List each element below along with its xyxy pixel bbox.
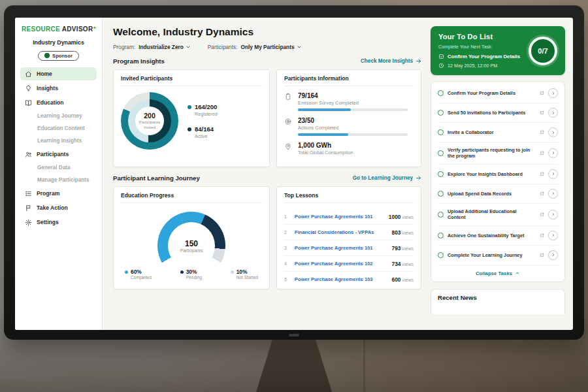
task-row-invite-collaborator[interactable]: Invite a Collaborator [438,123,558,142]
lesson-link[interactable]: Financial Considerations - VPPAs [295,229,387,235]
external-link-icon [540,91,544,95]
lesson-link[interactable]: Power Purchase Agreements 101 [295,245,387,251]
sidebar-item-participants[interactable]: Participants [20,148,97,161]
external-link-icon [540,212,544,217]
sidebar-item-label: Settings [37,219,59,225]
progress-bar [298,108,408,111]
filter-bar: Program: Industrialize Zero Participants… [113,44,421,50]
sidebar-item-label: Learning Insights [37,138,82,144]
task-checkbox[interactable] [438,252,444,258]
legend-label: Not Started [237,275,258,280]
task-row-verify-participants[interactable]: Verify participants requesting to join t… [438,142,558,165]
go-to-learning-journey-link[interactable]: Go to Learning Journey [353,175,421,181]
task-open-button[interactable] [548,169,558,179]
program-insights-header: Program Insights Check More Insights [113,57,421,65]
legend-item: 164/200 Registered [188,103,218,117]
target-icon [284,118,292,125]
learning-cards-row: Education Progress 150 Participants [113,186,421,289]
chevron-down-icon [297,44,302,50]
task-checkbox[interactable] [438,129,444,135]
legend-value: 84/164 [195,125,214,133]
task-row-achieve-target[interactable]: Achieve One Sustainability Target [438,226,558,246]
views-word: views [402,246,414,251]
home-icon [25,71,32,78]
task-open-button[interactable] [548,108,558,118]
sidebar-item-general-data[interactable]: General Data [20,162,97,173]
lesson-views: 1000 [389,214,401,220]
task-open-button[interactable] [548,127,558,137]
brand-plus: + [93,25,96,31]
sponsor-icon [44,53,50,58]
legend-value: 164/200 [195,103,218,110]
task-open-button[interactable] [548,189,558,199]
task-checkbox[interactable] [438,150,444,156]
program-filter[interactable]: Program: Industrialize Zero [113,44,191,50]
legend-dot-active [188,127,191,131]
legend-label: Active [195,133,214,139]
check-more-insights-link[interactable]: Check More Insights [361,58,421,64]
sidebar-item-program[interactable]: Program [20,187,97,200]
sidebar-item-settings[interactable]: Settings [20,216,97,229]
external-link-icon [540,253,544,257]
task-open-button[interactable] [548,231,558,240]
lesson-link[interactable]: Power Purchase Agreements 101 [295,214,384,220]
task-checkbox[interactable] [438,171,444,177]
people-icon [25,151,32,158]
org-name: Industry Dynamics [20,39,97,46]
sidebar-item-learning-insights[interactable]: Learning Insights [20,135,97,146]
gauge-center-value: 150 [185,239,198,248]
sidebar: RESOURCE ADVISOR+ Industry Dynamics Spon… [15,18,103,330]
task-checkbox[interactable] [438,233,444,238]
legend-item: 60% Completed [125,269,152,280]
chevron-right-icon [551,191,555,195]
legend-label: Completed [131,275,152,280]
sidebar-item-manage-participants[interactable]: Manage Participants [20,174,97,186]
lesson-views: 734 [392,261,401,267]
participants-filter[interactable]: Participants: Only My Participants [208,44,302,50]
task-row-send-invitations[interactable]: Send 50 Invitations to Participants [438,103,558,123]
sidebar-item-education-content[interactable]: Education Content [20,123,97,134]
sidebar-item-learning-journey[interactable]: Learning Journey [20,110,97,122]
task-row-explore-insights[interactable]: Explore Your Insights Dashboard [438,165,558,184]
task-row-upload-educational-content[interactable]: Upload Additional Educational Content [438,204,558,226]
next-task-due: 12 May 2025, 12:00 PM [448,63,497,69]
participants-filter-value: Only My Participants [240,44,294,50]
task-checkbox[interactable] [438,110,444,116]
task-label: Invite a Collaborator [448,129,536,135]
legend-dot-registered [188,105,191,109]
sidebar-item-education[interactable]: Education [20,96,97,109]
lesson-rank: 2 [284,229,289,235]
clipboard-icon [284,93,292,101]
lesson-link[interactable]: Power Purchase Agreements 103 [295,276,387,282]
participants-filter-label: Participants: [208,44,238,50]
legend-label: Registered [195,111,218,117]
collapse-tasks-link[interactable]: Collapse Tasks [438,265,558,282]
external-link-icon [540,233,544,238]
task-open-button[interactable] [548,88,558,98]
task-row-confirm-program[interactable]: Confirm Your Program Details [438,84,558,103]
card-title: Education Progress [121,192,262,203]
external-link-icon [540,110,544,115]
sidebar-item-insights[interactable]: Insights [20,82,97,95]
task-label: Explore Your Insights Dashboard [448,171,536,177]
sidebar-item-home[interactable]: Home [20,67,97,80]
sidebar-item-label: Insights [37,85,58,91]
task-checkbox[interactable] [438,191,444,197]
task-checkbox[interactable] [438,212,444,218]
sponsor-badge-label: Sponsor [52,53,73,59]
participants-information-card: Participants Information 79/164 Emission… [276,69,421,167]
chevron-right-icon [551,151,555,155]
next-task-row[interactable]: Confirm Your Program Details [438,54,522,59]
sidebar-item-take-action[interactable]: Take Action [20,201,97,214]
task-row-upload-spend-data[interactable]: Upload Spend Data Records [438,184,558,204]
lesson-rank: 3 [284,245,289,251]
sponsor-badge[interactable]: Sponsor [38,51,79,61]
task-open-button[interactable] [548,148,558,158]
task-open-button[interactable] [548,250,558,260]
task-checkbox[interactable] [438,90,444,96]
chevron-up-icon [515,270,520,276]
chevron-right-icon [551,91,555,95]
lesson-link[interactable]: Power Purchase Agreements 102 [295,261,387,267]
task-open-button[interactable] [548,210,558,220]
task-row-complete-learning-journey[interactable]: Complete Your Learning Journey [438,246,558,265]
